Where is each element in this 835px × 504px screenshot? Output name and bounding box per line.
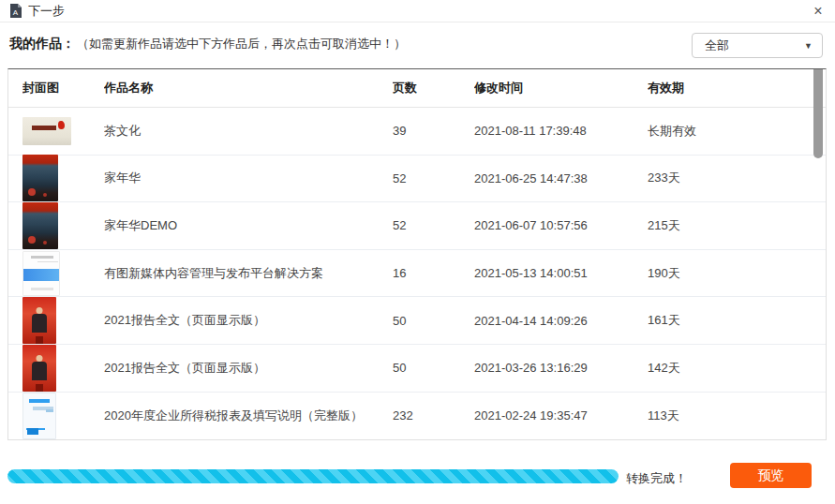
scrollbar-thumb[interactable]: [813, 69, 823, 158]
work-validity: 161天: [648, 312, 826, 329]
work-name: 2020年度企业所得税报表及填写说明（完整版）: [104, 408, 393, 424]
table-row[interactable]: 2021报告全文（页面显示版） 50 2021-04-14 14:09:26 1…: [8, 297, 826, 345]
my-works-label: 我的作品：: [9, 36, 75, 52]
table-row[interactable]: 家年华DEMO 52 2021-06-07 10:57:56 215天: [8, 202, 826, 250]
work-modified: 2021-06-07 10:57:56: [474, 218, 648, 232]
work-modified: 2021-04-14 14:09:26: [474, 314, 648, 328]
preview-button[interactable]: 预览: [730, 463, 812, 488]
column-header-pages: 页数: [393, 80, 474, 96]
cover-image: [22, 155, 58, 201]
work-pages: 16: [393, 266, 474, 280]
work-name: 家年华DEMO: [104, 217, 393, 234]
work-pages: 39: [393, 124, 474, 138]
cover-image: [22, 297, 56, 344]
column-header-validity: 有效期: [648, 80, 826, 96]
conversion-status-text: 转换完成！: [626, 470, 687, 487]
filter-dropdown[interactable]: 全部 ▼: [692, 33, 823, 58]
table-row[interactable]: 2020年度企业所得税报表及填写说明（完整版） 232 2021-02-24 1…: [8, 393, 826, 440]
dialog-next-step: A 下一步 × 我的作品： （如需更新作品请选中下方作品后，再次点击可取消选中！…: [0, 0, 835, 504]
work-pages: 52: [393, 171, 474, 185]
work-name: 2021报告全文（页面显示版）: [104, 360, 393, 377]
work-name: 有图新媒体内容管理与发布平台解决方案: [104, 265, 393, 282]
table-row[interactable]: 2021报告全文（页面显示版） 50 2021-03-26 13:16:29 1…: [8, 345, 826, 393]
work-name: 家年华: [104, 170, 393, 186]
table-row[interactable]: 有图新媒体内容管理与发布平台解决方案 16 2021-05-13 14:00:5…: [8, 250, 826, 298]
work-validity: 142天: [648, 360, 826, 377]
work-modified: 2021-06-25 14:47:38: [474, 171, 648, 185]
work-validity: 113天: [648, 408, 826, 424]
column-header-modified: 修改时间: [474, 80, 648, 96]
cover-image: [22, 393, 56, 439]
work-validity: 190天: [648, 265, 826, 282]
work-pages: 52: [393, 218, 474, 232]
works-table: 封面图 作品名称 页数 修改时间 有效期 茶文化 39 2021-08-11 1…: [7, 68, 827, 440]
window-title: 下一步: [28, 3, 65, 20]
conversion-progress-bar: [7, 469, 619, 483]
cover-image: [22, 251, 60, 296]
work-pages: 232: [393, 408, 474, 422]
work-pages: 50: [393, 314, 474, 328]
work-modified: 2021-08-11 17:39:48: [474, 124, 648, 138]
column-header-name: 作品名称: [104, 80, 393, 96]
table-body: 茶文化 39 2021-08-11 17:39:48 长期有效 家年华 52 2…: [8, 108, 826, 439]
table-row[interactable]: 茶文化 39 2021-08-11 17:39:48 长期有效: [8, 108, 826, 156]
table-row[interactable]: 家年华 52 2021-06-25 14:47:38 233天: [8, 156, 826, 203]
works-hint-text: （如需更新作品请选中下方作品后，再次点击可取消选中！）: [77, 36, 406, 52]
cover-image: [22, 345, 56, 392]
work-modified: 2021-03-26 13:16:29: [474, 361, 648, 375]
filter-selected-value: 全部: [705, 37, 729, 54]
work-modified: 2021-02-24 19:35:47: [474, 408, 648, 422]
work-name: 茶文化: [104, 123, 393, 140]
table-header-row: 封面图 作品名称 页数 修改时间 有效期: [8, 69, 826, 108]
cover-image: [22, 202, 58, 249]
work-name: 2021报告全文（页面显示版）: [104, 312, 393, 329]
pdf-document-icon: A: [9, 4, 22, 18]
work-validity: 长期有效: [648, 123, 826, 140]
works-header: 我的作品： （如需更新作品请选中下方作品后，再次点击可取消选中！）: [9, 36, 406, 52]
chevron-down-icon: ▼: [804, 41, 813, 51]
work-validity: 215天: [648, 217, 826, 234]
close-icon[interactable]: ×: [811, 4, 826, 19]
title-bar: A 下一步 ×: [0, 0, 835, 22]
cover-image: [22, 117, 71, 145]
svg-text:A: A: [13, 8, 19, 17]
work-pages: 50: [393, 361, 474, 375]
work-modified: 2021-05-13 14:00:51: [474, 266, 648, 280]
column-header-cover: 封面图: [22, 80, 104, 96]
work-validity: 233天: [648, 170, 826, 186]
